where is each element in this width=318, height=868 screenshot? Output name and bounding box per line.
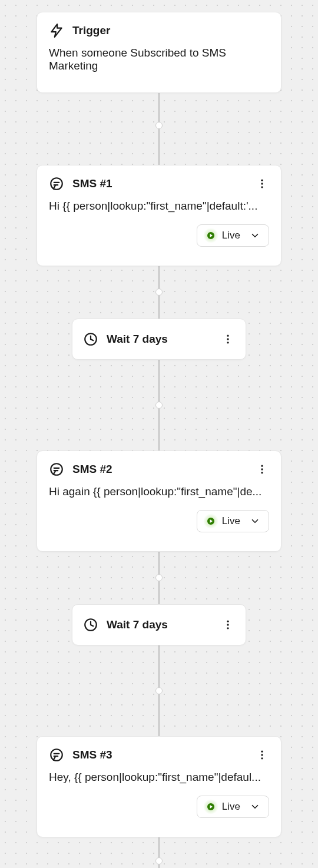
add-step-dot[interactable] xyxy=(155,857,163,864)
status-label: Live xyxy=(222,515,240,527)
clock-icon xyxy=(83,617,98,632)
more-button[interactable] xyxy=(255,177,269,191)
chevron-down-icon xyxy=(250,230,260,241)
chevron-down-icon xyxy=(250,801,260,812)
sms-bubble-icon xyxy=(49,462,64,477)
more-vertical-icon xyxy=(256,749,268,761)
sms-title: SMS #1 xyxy=(72,177,247,190)
sms-preview: Hi {{ person|lookup:"first_name"|default… xyxy=(37,191,281,224)
status-label: Live xyxy=(222,230,240,241)
status-dropdown[interactable]: Live xyxy=(197,224,269,247)
trigger-title: Trigger xyxy=(72,24,269,37)
sms-card-2[interactable]: SMS #2 Hi again {{ person|lookup:"first_… xyxy=(37,450,281,552)
more-button[interactable] xyxy=(221,332,235,346)
sms-preview: Hey, {{ person|lookup:"first_name"|defau… xyxy=(37,763,281,796)
chevron-down-icon xyxy=(250,516,260,526)
sms-preview: Hi again {{ person|lookup:"first_name"|d… xyxy=(37,477,281,510)
sms-bubble-icon xyxy=(49,747,64,763)
more-vertical-icon xyxy=(222,333,234,345)
more-button[interactable] xyxy=(221,618,235,632)
more-vertical-icon xyxy=(256,178,268,190)
bolt-icon xyxy=(49,23,64,38)
status-dropdown[interactable]: Live xyxy=(197,510,269,532)
add-step-dot[interactable] xyxy=(155,402,163,409)
sms-card-1[interactable]: SMS #1 Hi {{ person|lookup:"first_name"|… xyxy=(37,165,281,266)
play-circle-icon xyxy=(206,516,216,526)
add-step-dot[interactable] xyxy=(155,122,163,129)
trigger-description: When someone Subscribed to SMS Marketing xyxy=(37,38,281,84)
sms-bubble-icon xyxy=(49,176,64,191)
play-circle-icon xyxy=(206,230,216,241)
flow-canvas[interactable]: Trigger When someone Subscribed to SMS M… xyxy=(0,0,318,868)
sms-title: SMS #3 xyxy=(72,748,247,761)
sms-title: SMS #2 xyxy=(72,463,247,476)
wait-card-2[interactable]: Wait 7 days xyxy=(72,604,246,645)
clock-icon xyxy=(83,332,98,347)
wait-title: Wait 7 days xyxy=(107,333,213,346)
add-step-dot[interactable] xyxy=(155,289,163,296)
more-button[interactable] xyxy=(255,462,269,476)
add-step-dot[interactable] xyxy=(155,574,163,581)
more-button[interactable] xyxy=(255,748,269,762)
wait-card-1[interactable]: Wait 7 days xyxy=(72,319,246,360)
trigger-card[interactable]: Trigger When someone Subscribed to SMS M… xyxy=(37,12,281,93)
sms-card-3[interactable]: SMS #3 Hey, {{ person|lookup:"first_name… xyxy=(37,736,281,837)
status-label: Live xyxy=(222,801,240,813)
connector xyxy=(158,93,160,165)
play-circle-icon xyxy=(206,801,216,812)
more-vertical-icon xyxy=(222,619,234,631)
wait-title: Wait 7 days xyxy=(107,618,213,631)
more-vertical-icon xyxy=(256,463,268,475)
add-step-dot[interactable] xyxy=(155,687,163,694)
status-dropdown[interactable]: Live xyxy=(197,796,269,818)
